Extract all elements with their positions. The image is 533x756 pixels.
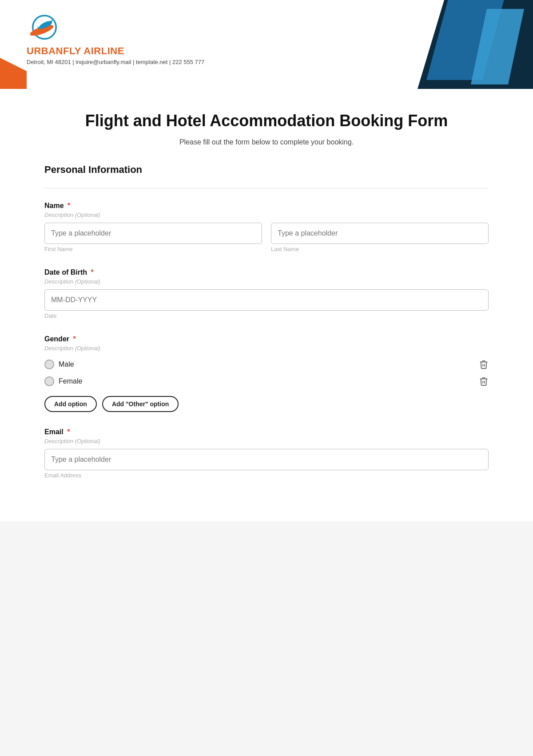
field-name: Name * Description (Optional) First Name… bbox=[44, 202, 489, 252]
first-name-wrapper: First Name bbox=[44, 223, 262, 252]
field-gender-description: Description (Optional) bbox=[44, 345, 489, 352]
required-star-dob: * bbox=[91, 268, 93, 276]
radio-left-male: Male bbox=[44, 360, 74, 369]
add-options-row: Add option Add "Other" option bbox=[44, 396, 489, 412]
header-content: URBANFLY AIRLINE Detroit, MI 48201 | inq… bbox=[27, 12, 204, 65]
name-input-row: First Name Last Name bbox=[44, 223, 489, 252]
required-star-name: * bbox=[68, 202, 70, 209]
radio-circle-male[interactable] bbox=[44, 360, 54, 369]
field-email-label: Email * bbox=[44, 428, 489, 436]
radio-label-male: Male bbox=[59, 360, 74, 368]
first-name-input[interactable] bbox=[44, 223, 262, 244]
radio-label-female: Female bbox=[59, 377, 82, 385]
email-input[interactable] bbox=[44, 449, 489, 470]
header-bg-decoration bbox=[382, 0, 533, 89]
field-name-label: Name * bbox=[44, 202, 489, 210]
brand-contact: Detroit, MI 48201 | inquire@urbanfly.mai… bbox=[27, 59, 204, 65]
field-email-description: Description (Optional) bbox=[44, 438, 489, 444]
first-name-sublabel: First Name bbox=[44, 246, 262, 252]
field-dob: Date of Birth * Description (Optional) D… bbox=[44, 268, 489, 319]
page-header: URBANFLY AIRLINE Detroit, MI 48201 | inq… bbox=[0, 0, 533, 89]
section-divider bbox=[44, 188, 489, 188]
add-other-option-button[interactable]: Add "Other" option bbox=[102, 396, 179, 412]
dob-sublabel: Date bbox=[44, 312, 489, 319]
form-subtitle: Please fill out the form below to comple… bbox=[44, 138, 489, 146]
delete-female-button[interactable] bbox=[479, 376, 489, 386]
gender-option-female: Female bbox=[44, 373, 489, 390]
dob-input[interactable] bbox=[44, 289, 489, 311]
section-personal-info-title: Personal Information bbox=[44, 164, 489, 176]
gender-option-male: Male bbox=[44, 356, 489, 373]
email-sublabel: Email Address bbox=[44, 472, 489, 479]
add-option-button[interactable]: Add option bbox=[44, 396, 97, 412]
form-container: Flight and Hotel Accommodation Booking F… bbox=[0, 89, 533, 521]
field-dob-label: Date of Birth * bbox=[44, 268, 489, 276]
logo-icon bbox=[27, 12, 62, 44]
last-name-wrapper: Last Name bbox=[271, 223, 489, 252]
field-name-description: Description (Optional) bbox=[44, 212, 489, 218]
last-name-input[interactable] bbox=[271, 223, 489, 244]
field-gender-label: Gender * bbox=[44, 335, 489, 343]
last-name-sublabel: Last Name bbox=[271, 246, 489, 252]
delete-male-button[interactable] bbox=[479, 360, 489, 369]
brand-name: URBANFLY AIRLINE bbox=[27, 45, 204, 57]
required-star-gender: * bbox=[73, 335, 76, 343]
radio-circle-female[interactable] bbox=[44, 376, 54, 386]
header-orange-accent bbox=[0, 44, 27, 89]
required-star-email: * bbox=[67, 428, 70, 436]
field-dob-description: Description (Optional) bbox=[44, 278, 489, 285]
form-title: Flight and Hotel Accommodation Booking F… bbox=[44, 111, 489, 130]
logo-container: URBANFLY AIRLINE Detroit, MI 48201 | inq… bbox=[27, 12, 204, 65]
field-gender: Gender * Description (Optional) Male bbox=[44, 335, 489, 412]
field-email: Email * Description (Optional) Email Add… bbox=[44, 428, 489, 479]
radio-left-female: Female bbox=[44, 376, 82, 386]
